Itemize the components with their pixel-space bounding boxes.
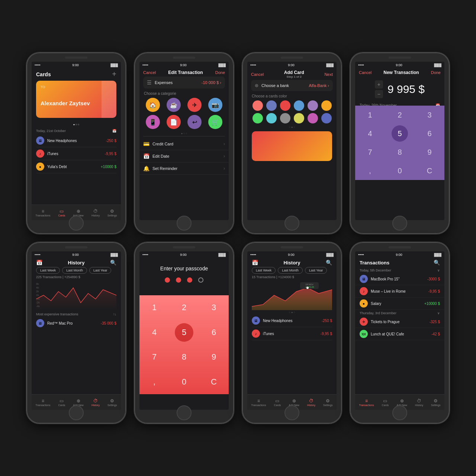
filter-last-week[interactable]: Last Week xyxy=(252,267,276,274)
tab-add-new[interactable]: ⊕ Add New xyxy=(397,398,407,406)
passcode-key-0[interactable]: 0 xyxy=(169,370,199,395)
tab-transactions[interactable]: ≡ Transactions xyxy=(251,398,266,406)
color-option-red[interactable] xyxy=(280,100,290,111)
tab-settings[interactable]: ⚙ Settings xyxy=(107,209,117,217)
tab-settings[interactable]: ⚙ Settings xyxy=(431,398,440,406)
chevron-down-icon[interactable]: ∨ xyxy=(437,268,440,272)
phone-edit-transaction: ••••• 9:00 ▓▓▓ Cancel Edit Transaction D… xyxy=(134,52,234,234)
passcode-key-7[interactable]: 7 xyxy=(139,345,169,370)
search-icon[interactable]: 🔍 xyxy=(326,260,332,266)
color-option-yellow[interactable] xyxy=(294,113,304,123)
numpad-key-8[interactable]: 8 xyxy=(385,143,415,161)
passcode-key-clear[interactable]: C xyxy=(199,370,229,395)
calendar-icon[interactable]: 📅 xyxy=(252,260,258,266)
filter-last-year[interactable]: Last Year xyxy=(89,267,112,274)
filter-last-month[interactable]: Last Month xyxy=(278,267,303,274)
tab-cards[interactable]: ▭ Cards xyxy=(382,398,389,406)
tab-cards[interactable]: ▭ Cards xyxy=(274,398,281,406)
search-icon[interactable]: 🔍 xyxy=(110,260,116,266)
tab-add-new[interactable]: ⊕ Add New xyxy=(73,398,84,406)
tab-transactions[interactable]: ≡ Transactions xyxy=(359,398,374,406)
category-home[interactable]: 🏠 xyxy=(146,98,160,112)
set-reminder-option[interactable]: 🔔 Set Reminder › xyxy=(139,163,229,175)
numpad-key-2[interactable]: 2 xyxy=(385,106,415,124)
category-travel[interactable]: ✈ xyxy=(187,98,202,112)
color-option-red-light[interactable] xyxy=(253,100,263,111)
passcode-key-2[interactable]: 2 xyxy=(169,295,199,320)
passcode-key-5-active[interactable]: 5 xyxy=(169,320,199,345)
section-date-thursday: Thursday, 3rd December ∨ xyxy=(355,310,444,316)
minus-button[interactable]: − xyxy=(375,90,383,98)
option-label: Set Reminder xyxy=(152,166,221,171)
filter-last-week[interactable]: Last Week xyxy=(36,267,60,274)
tab-settings[interactable]: ⚙ Settings xyxy=(323,398,332,406)
phone-new-transaction: ••••• 9:00 ▓▓▓ Cancel New Transaction Do… xyxy=(350,52,450,234)
edit-date-option[interactable]: 📅 Edit Date › xyxy=(139,150,229,163)
add-card-button[interactable]: + xyxy=(112,70,116,78)
tab-add-new[interactable]: ⊕ Add New xyxy=(289,398,299,406)
done-button[interactable]: Done xyxy=(215,70,225,75)
passcode-key-comma[interactable]: , xyxy=(139,370,169,395)
passcode-key-3[interactable]: 3 xyxy=(199,295,229,320)
category-doc[interactable]: 📄 xyxy=(167,115,181,129)
color-option-green[interactable] xyxy=(253,113,263,123)
numpad-key-6[interactable]: 6 xyxy=(415,124,444,143)
tab-settings[interactable]: ⚙ Settings xyxy=(107,398,117,406)
category-return[interactable]: ↩ xyxy=(187,115,202,129)
color-option-pink[interactable] xyxy=(308,113,318,123)
category-cafe[interactable]: ☕ xyxy=(167,98,181,112)
passcode-key-1[interactable]: 1 xyxy=(139,295,169,320)
filter-last-year[interactable]: Last Year xyxy=(305,267,327,274)
category-phone[interactable]: 📱 xyxy=(146,115,160,129)
numpad-key-9[interactable]: 9 xyxy=(415,143,444,161)
filter-last-month[interactable]: Last Month xyxy=(62,267,87,274)
search-icon[interactable]: 🔍 xyxy=(434,260,440,266)
category-photo[interactable]: 📷 xyxy=(208,98,222,112)
color-option-blue-medium[interactable] xyxy=(266,100,277,111)
numpad-key-7[interactable]: 7 xyxy=(355,143,385,161)
numpad-key-1[interactable]: 1 xyxy=(355,106,385,124)
cancel-button[interactable]: Cancel xyxy=(359,70,372,75)
category-shop[interactable]: 🛒 xyxy=(208,115,222,129)
tab-label: Add New xyxy=(73,404,84,406)
tab-history[interactable]: ⏱ History xyxy=(91,209,100,217)
tab-cards[interactable]: ▭ Cards xyxy=(58,209,65,217)
color-option-teal[interactable] xyxy=(266,113,277,123)
numpad-key-comma[interactable]: , xyxy=(355,161,385,180)
plus-button[interactable]: + xyxy=(375,80,383,89)
numpad-key-4[interactable]: 4 xyxy=(355,124,385,143)
calendar-icon[interactable]: 📅 xyxy=(36,260,42,266)
passcode-key-8[interactable]: 8 xyxy=(169,345,199,370)
tab-add-new[interactable]: ⊕ Add New xyxy=(73,209,84,217)
tab-transactions[interactable]: ≡ Transactions xyxy=(36,209,51,217)
calendar-icon[interactable]: 📅 xyxy=(112,129,116,133)
passcode-key-4[interactable]: 4 xyxy=(139,320,169,345)
numpad-key-0[interactable]: 0 xyxy=(385,161,415,180)
color-option-orange[interactable] xyxy=(321,100,332,111)
numpad-key-clear[interactable]: C xyxy=(415,161,444,180)
numpad-key-5-active[interactable]: 5 xyxy=(385,124,415,143)
passcode-key-9[interactable]: 9 xyxy=(199,345,229,370)
chevron-down-icon[interactable]: ∨ xyxy=(437,311,440,315)
numpad-key-3[interactable]: 3 xyxy=(415,106,444,124)
tx-amount: +10000 $ xyxy=(101,165,116,169)
color-option-indigo[interactable] xyxy=(321,113,332,123)
tab-history[interactable]: ⏱ History xyxy=(307,398,315,406)
tab-history[interactable]: ⏱ History xyxy=(91,398,100,406)
sort-icon[interactable]: ↑↓ xyxy=(113,312,116,316)
tx-amount: -9,95 $ xyxy=(321,332,332,336)
credit-card-option[interactable]: 💳 Credit Card › xyxy=(139,138,229,150)
color-option-gray[interactable] xyxy=(280,113,290,123)
next-button[interactable]: Next xyxy=(324,72,333,77)
passcode-key-6[interactable]: 6 xyxy=(199,320,229,345)
status-bar: ••••• 9:00 ▓▓▓ xyxy=(139,251,229,258)
done-button[interactable]: Done xyxy=(431,70,441,75)
color-option-purple[interactable] xyxy=(308,100,318,111)
bank-row[interactable]: ⊛ Choose a bank Alfa-Bank › xyxy=(251,80,333,91)
tab-history[interactable]: ⏱ History xyxy=(415,398,423,406)
color-option-blue[interactable] xyxy=(294,100,304,111)
tab-cards[interactable]: ▭ Cards xyxy=(58,398,65,406)
tab-transactions[interactable]: ≡ Transactions xyxy=(36,398,51,406)
cancel-button[interactable]: Cancel xyxy=(251,72,264,77)
cancel-button[interactable]: Cancel xyxy=(143,70,156,75)
